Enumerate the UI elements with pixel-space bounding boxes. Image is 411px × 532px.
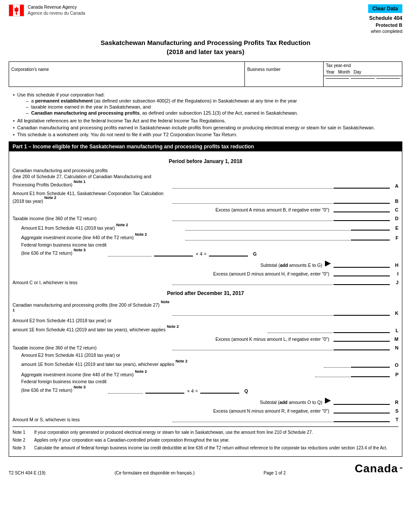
row-g-label: Federal foreign business income tax cred… (21, 242, 106, 257)
svg-rect-0 (9, 5, 13, 16)
row-d-input[interactable] (334, 214, 390, 221)
month-label: Month (338, 70, 350, 74)
row-i-letter: I (392, 271, 398, 276)
row-o-letter: O (392, 362, 398, 368)
arrow-h: ▶ (325, 258, 331, 268)
row-d-letter: D (392, 216, 398, 221)
row-p-input[interactable] (351, 370, 390, 377)
row-e-letter: E (392, 225, 398, 231)
corp-info-table: Corporation's name Business number Tax y… (9, 61, 402, 87)
row-a-label: Canadian manufacturing and processing pr… (13, 168, 173, 188)
bullet2-text: All legislative references are to the fe… (17, 118, 226, 123)
row-n-letter: N (392, 345, 398, 350)
row-s-letter: S (392, 408, 398, 413)
row-f-label: Aggregate investment income (line 440 of… (21, 232, 186, 240)
row-o-label: Amount E2 from Schedule 411 (2018 tax ye… (21, 352, 322, 368)
row-q-input1[interactable] (145, 387, 184, 394)
multiply-symbol-q: × 4 = (187, 388, 198, 394)
arrow-r: ▶ (325, 395, 331, 405)
row-s-input[interactable] (334, 407, 390, 413)
row-k-letter: K (392, 311, 398, 316)
row-h-letter: H (392, 263, 398, 268)
multiply-symbol: × 4 = (196, 251, 206, 256)
notes-section: Note 1 If your corporation only generate… (13, 426, 398, 451)
row-k-input[interactable] (334, 309, 390, 316)
form-number: T2 SCH 404 E (19) (9, 471, 45, 475)
year-label: Year (326, 70, 334, 74)
corporation-name-label: Corporation's name (11, 67, 242, 72)
row-l-input[interactable] (334, 326, 390, 333)
row-q-label: Federal foreign business income tax cred… (21, 379, 106, 394)
row-m-input[interactable] (334, 335, 390, 342)
business-number-label: Business number (247, 67, 321, 72)
row-b-letter: B (392, 199, 398, 204)
row-k-label: Canadian manufacturing and processing pr… (13, 300, 173, 316)
row-a-input[interactable] (334, 182, 390, 189)
canada-flag-icon (9, 4, 24, 16)
row-e-input[interactable] (351, 224, 390, 231)
dash2-text: taxable income earned in the year in Sas… (31, 104, 151, 109)
period-after-header: Period after December 31, 2017 (13, 290, 398, 296)
row-f-input[interactable] (351, 234, 390, 240)
row-t-letter: T (392, 417, 398, 422)
row-m-label: Excess (amount K minus amount L, if nega… (215, 337, 329, 342)
row-f-letter: F (392, 235, 398, 240)
clear-data-button[interactable]: Clear Data (368, 4, 402, 13)
svg-rect-1 (20, 5, 24, 16)
agency-text: Canada Revenue Agency Agence du revenu d… (28, 4, 85, 16)
row-n-input[interactable] (334, 343, 390, 350)
row-q-letter: Q (242, 388, 248, 394)
row-h-input[interactable] (334, 261, 390, 268)
row-a-letter: A (392, 183, 398, 189)
row-b-label: Amount E1 from Schedule 411, Saskatchewa… (13, 191, 173, 204)
row-p-label: Aggregate investment income (line 440 of… (21, 369, 314, 377)
row-o-input[interactable] (351, 361, 390, 368)
protected-label: Protected B (368, 22, 402, 29)
schedule-number: Schedule 404 (368, 15, 402, 22)
row-p-letter: P (392, 372, 398, 377)
row-s-label: Excess (amount N minus amount R, if nega… (213, 408, 329, 413)
row-j-label: Amount C or I, whichever is less (13, 280, 173, 285)
row-t-input[interactable] (334, 415, 390, 422)
page-title: Saskatchewan Manufacturing and Processin… (9, 38, 402, 56)
svg-rect-4 (16, 13, 17, 15)
instructions-section: • Use this schedule if your corporation … (9, 92, 402, 137)
bullet3-text: Canadian manufacturing and processing pr… (17, 125, 375, 130)
row-n-label: Taxable income (line 360 of the T2 retur… (13, 345, 173, 350)
canada-trademark: ᵐ (400, 466, 402, 471)
row-e-label: Amount E1 from Schedule 411 (2018 tax ye… (21, 223, 186, 231)
row-b-input[interactable] (334, 197, 390, 204)
row-r-label: Subtotal (add amounts O to Q) (260, 400, 322, 405)
day-label: Day (353, 70, 361, 74)
part1-section: Part 1 – Income eligible for the Saskatc… (9, 141, 402, 457)
row-a-note: Note 1 (74, 179, 86, 184)
bullet1-text: Use this schedule if your corporation ha… (17, 92, 105, 97)
note3-label: Note 3 (13, 445, 34, 451)
row-i-input[interactable] (334, 269, 390, 276)
row-m-letter: M (392, 337, 398, 342)
row-t-label: Amount M or S, whichever is less (13, 417, 173, 422)
row-q-input2[interactable] (200, 387, 239, 394)
row-i-label: Excess (amount D minus amount H, if nega… (213, 271, 329, 276)
note1-label: Note 1 (13, 429, 34, 436)
row-j-letter: J (392, 280, 398, 285)
row-c-input[interactable] (334, 205, 390, 212)
row-g-input2[interactable] (209, 250, 248, 256)
row-l-label: Amount E2 from Schedule 411 (2018 tax ye… (13, 317, 268, 333)
row-h-label: Subtotal (add amounts E to G) (260, 263, 322, 268)
when-completed-label: when completed (368, 29, 402, 35)
period-before-header: Period before January 1, 2018 (13, 158, 398, 164)
note2-label: Note 2 (13, 437, 34, 443)
row-g-input1[interactable] (154, 250, 193, 256)
row-r-input[interactable] (334, 398, 390, 405)
agency-name-en: Canada Revenue Agency (28, 4, 85, 10)
canada-wordmark: Canada ᵐ (355, 462, 402, 475)
note1-text: If your corporation only generated or pr… (34, 429, 313, 436)
part1-header: Part 1 – Income eligible for the Saskatc… (13, 144, 254, 150)
row-r-letter: R (392, 400, 398, 405)
row-l-letter: L (392, 328, 398, 333)
row-j-input[interactable] (334, 278, 390, 285)
note3-text: Calculate the amount of federal foreign … (34, 445, 387, 451)
row-d-label: Taxable income (line 360 of the T2 retur… (13, 216, 173, 221)
permanent-establishment-text: permanent establishment (35, 98, 93, 103)
